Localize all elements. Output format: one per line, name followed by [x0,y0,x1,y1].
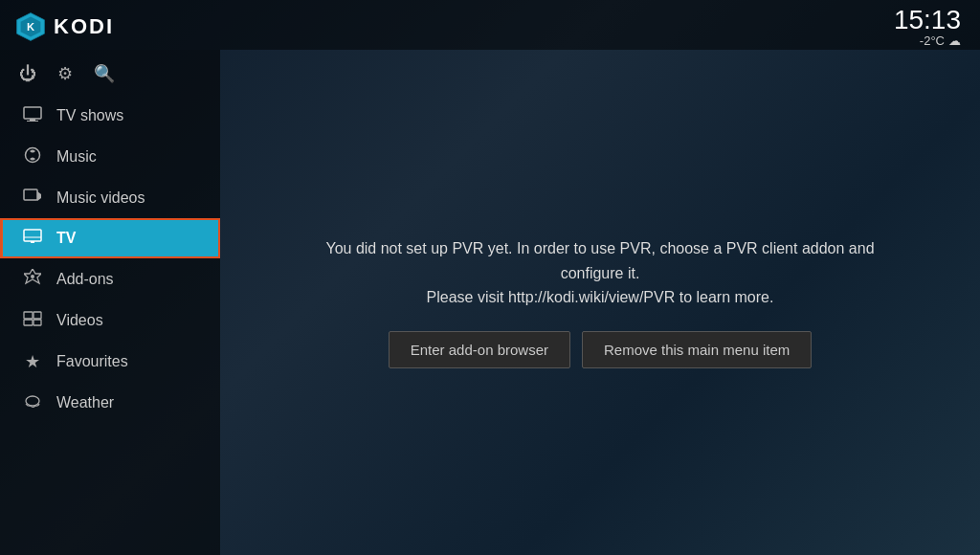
sidebar-item-music-videos-label: Music videos [56,189,145,207]
clock-display: 15:13 [894,7,961,33]
app-container: K KODI 15:13 -2°C ☁ ⏻ ⚙ 🔍 [0,0,980,555]
header-left: K KODI [15,11,114,42]
weather-temp: -2°C [920,33,945,48]
search-icon[interactable]: 🔍 [94,63,115,84]
weather-info: -2°C ☁ [920,33,961,48]
music-videos-icon [22,189,43,208]
pvr-buttons: Enter add-on browser Remove this main me… [389,331,813,368]
sidebar-item-add-ons[interactable]: Add-ons [0,258,220,300]
kodi-icon: K [15,11,46,42]
svg-marker-8 [37,191,41,201]
power-icon[interactable]: ⏻ [19,64,36,84]
header: K KODI 15:13 -2°C ☁ [0,0,980,50]
sidebar: ⏻ ⚙ 🔍 TV shows [0,50,220,555]
svg-rect-15 [24,320,33,325]
videos-icon [22,311,43,330]
sidebar-item-music-label: Music [56,148,97,166]
remove-main-menu-item-button[interactable]: Remove this main menu item [582,331,812,368]
favourites-icon: ★ [22,351,43,372]
svg-rect-5 [27,121,38,122]
sidebar-item-music-videos[interactable]: Music videos [0,178,220,218]
svg-rect-14 [33,312,41,319]
sidebar-nav: TV shows Music [0,96,220,423]
weather-icon: ☁ [948,33,961,48]
svg-rect-3 [24,107,41,119]
svg-rect-13 [24,312,33,319]
sidebar-item-tv-label: TV [56,230,76,247]
content-area: You did not set up PVR yet. In order to … [220,50,980,555]
svg-rect-16 [33,320,41,325]
svg-text:K: K [27,21,34,33]
tv-shows-icon [22,106,43,125]
sidebar-item-videos-label: Videos [56,312,103,329]
pvr-message-line1: You did not set up PVR yet. In order to … [325,240,874,281]
header-right: 15:13 -2°C ☁ [894,7,961,48]
settings-icon[interactable]: ⚙ [57,63,73,84]
sidebar-item-weather[interactable]: Weather [0,383,220,423]
sidebar-item-add-ons-label: Add-ons [56,271,114,288]
svg-rect-4 [30,119,35,121]
svg-rect-9 [24,230,41,241]
sidebar-item-tv-shows-label: TV shows [56,107,123,124]
enter-addon-browser-button[interactable]: Enter add-on browser [389,331,570,368]
weather-icon [22,393,43,412]
kodi-logo: K KODI [15,11,114,42]
music-icon [22,146,43,167]
svg-point-17 [26,396,39,406]
pvr-message-box: You did not set up PVR yet. In order to … [294,236,906,368]
tv-icon [22,229,43,248]
sidebar-item-videos[interactable]: Videos [0,300,220,341]
main-layout: ⏻ ⚙ 🔍 TV shows [0,50,980,555]
sidebar-item-tv-shows[interactable]: TV shows [0,96,220,136]
sidebar-item-music[interactable]: Music [0,136,220,178]
sidebar-item-favourites-label: Favourites [56,353,128,370]
sidebar-controls: ⏻ ⚙ 🔍 [0,50,220,96]
svg-rect-11 [31,241,34,243]
sidebar-item-weather-label: Weather [56,394,114,411]
sidebar-item-favourites[interactable]: ★ Favourites [0,341,220,383]
pvr-message-line2: Please visit http://kodi.wiki/view/PVR t… [427,289,774,305]
add-ons-icon [22,269,43,290]
app-title: KODI [54,14,114,39]
svg-point-12 [31,275,34,278]
pvr-message-text: You did not set up PVR yet. In order to … [294,236,906,310]
svg-rect-7 [24,189,37,200]
sidebar-item-tv[interactable]: TV [0,218,220,258]
